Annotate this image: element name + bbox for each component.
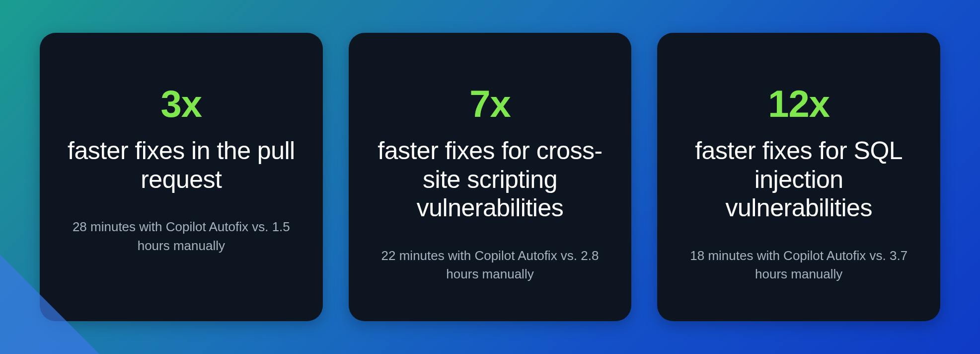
stat-headline: faster fixes for cross-site scripting vu…	[374, 137, 607, 223]
stat-headline: faster fixes in the pull request	[65, 137, 298, 194]
stats-hero-section: 3x faster fixes in the pull request 28 m…	[0, 0, 980, 354]
stat-cards-row: 3x faster fixes in the pull request 28 m…	[0, 33, 980, 321]
stat-multiplier: 7x	[469, 85, 511, 123]
stat-card-sql-injection: 12x faster fixes for SQL injection vulne…	[657, 33, 940, 321]
stat-detail: 22 minutes with Copilot Autofix vs. 2.8 …	[374, 247, 607, 284]
stat-multiplier: 3x	[161, 85, 202, 123]
stat-detail: 18 minutes with Copilot Autofix vs. 3.7 …	[682, 247, 915, 284]
stat-headline: faster fixes for SQL injection vulnerabi…	[682, 137, 915, 223]
stat-multiplier: 12x	[768, 85, 829, 123]
stat-detail: 28 minutes with Copilot Autofix vs. 1.5 …	[65, 218, 298, 255]
stat-card-pull-request: 3x faster fixes in the pull request 28 m…	[40, 33, 323, 321]
stat-card-xss: 7x faster fixes for cross-site scripting…	[349, 33, 632, 321]
